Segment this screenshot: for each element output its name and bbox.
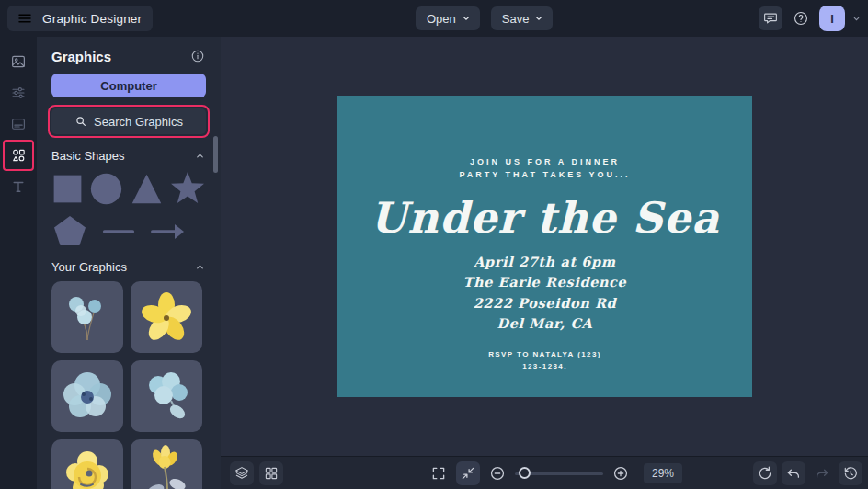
rail-item-edit[interactable]	[4, 79, 33, 107]
tool-rail	[0, 37, 37, 489]
feedback-button[interactable]	[759, 6, 782, 30]
computer-upload-button[interactable]: Computer	[51, 74, 206, 97]
fullscreen-icon	[430, 465, 447, 482]
your-graphics-grid	[51, 281, 206, 489]
zoom-slider[interactable]	[515, 461, 603, 485]
graphic-thumbnail-blue-sprigs[interactable]	[51, 281, 123, 353]
chevron-up-icon	[193, 151, 206, 161]
search-icon	[74, 115, 87, 128]
card-kicker-line1: JOIN US FOR A DINNER	[337, 156, 752, 169]
card-rsvp-line2: 123-1234.	[337, 360, 752, 373]
sliders-icon	[10, 85, 27, 101]
undo-button[interactable]	[782, 461, 805, 485]
grid-view-button[interactable]	[259, 461, 283, 485]
rail-item-image[interactable]	[4, 48, 33, 75]
shape-pentagon[interactable]	[51, 213, 88, 250]
help-button[interactable]	[790, 7, 812, 29]
redo-button[interactable]	[810, 461, 834, 485]
annotation-highlight-search: Search Graphics	[48, 105, 210, 138]
search-graphics-label: Search Graphics	[94, 115, 183, 129]
history-icon	[842, 465, 859, 482]
fullscreen-button[interactable]	[427, 461, 451, 485]
graphic-thumbnail-yellow-stem-flower[interactable]	[131, 439, 202, 489]
account-area: I	[759, 6, 861, 31]
graphic-thumbnail-yellow-rose[interactable]	[51, 439, 123, 489]
history-button[interactable]	[839, 461, 862, 485]
save-button[interactable]: Save	[491, 6, 554, 30]
card-rsvp-line1: RSVP TO NATALYA (123)	[337, 348, 752, 361]
grid-icon	[263, 465, 280, 482]
chat-icon	[762, 10, 779, 27]
redo-icon	[814, 465, 830, 482]
basic-shapes-row-1	[51, 170, 206, 207]
card-details: April 27th at 6pm The Earle Residence 22…	[337, 252, 752, 335]
search-graphics-button[interactable]: Search Graphics	[51, 108, 206, 134]
top-bar: Graphic Designer Open Save I	[0, 0, 868, 37]
app-title: Graphic Designer	[42, 12, 142, 26]
graphic-thumbnail-light-blue-flower[interactable]	[131, 360, 202, 432]
shape-arrow[interactable]	[149, 213, 186, 250]
shape-star[interactable]	[169, 170, 206, 207]
text-icon	[10, 178, 27, 195]
rail-item-layout[interactable]	[4, 110, 33, 138]
shape-square[interactable]	[51, 173, 84, 205]
shape-line[interactable]	[101, 213, 136, 250]
layout-icon	[10, 116, 27, 132]
info-button[interactable]	[189, 48, 206, 64]
graphic-designer-app: Graphic Designer Open Save I	[0, 0, 868, 489]
your-graphics-collapse[interactable]	[193, 261, 206, 274]
chevron-up-icon	[193, 262, 206, 272]
zoom-slider-handle[interactable]	[519, 467, 531, 479]
card-title: Under the Sea	[337, 193, 752, 243]
graphic-thumbnail-yellow-flower[interactable]	[131, 281, 202, 353]
avatar[interactable]: I	[819, 6, 845, 31]
card-rsvp: RSVP TO NATALYA (123) 123-1234.	[337, 348, 752, 373]
graphic-thumbnail-blue-bloom[interactable]	[51, 360, 123, 432]
hamburger-icon[interactable]	[17, 10, 33, 27]
panel-title: Graphics	[51, 49, 111, 64]
zoom-out-button[interactable]	[485, 461, 509, 485]
bottom-toolbar: 29%	[221, 456, 868, 489]
image-icon	[10, 53, 27, 70]
chevron-down-icon	[462, 14, 471, 23]
your-graphics-heading: Your Graphics	[51, 260, 127, 274]
card-detail-line: Del Mar, CA	[337, 313, 752, 334]
open-button-label: Open	[427, 12, 456, 26]
account-chevron-down-icon[interactable]	[852, 15, 861, 23]
design-card[interactable]: JOIN US FOR A DINNER PARTY THAT TAKES YO…	[337, 96, 752, 397]
graphics-panel: Graphics Computer Search Graphics Basic …	[37, 37, 221, 489]
undo-icon	[785, 465, 802, 482]
zoom-in-button[interactable]	[609, 461, 633, 485]
save-button-label: Save	[502, 12, 530, 26]
basic-shapes-row-2	[51, 214, 206, 249]
card-kicker-line2: PARTY THAT TAKES YOU...	[337, 169, 752, 182]
canvas-area[interactable]: JOIN US FOR A DINNER PARTY THAT TAKES YO…	[221, 37, 868, 489]
fit-screen-icon	[460, 465, 476, 482]
help-icon	[793, 10, 809, 27]
file-actions: Open Save	[416, 6, 553, 30]
reset-button[interactable]	[753, 461, 777, 485]
rail-item-text[interactable]	[4, 173, 33, 200]
card-detail-line: The Earle Residence	[337, 272, 752, 292]
zoom-in-icon	[612, 465, 629, 482]
rail-item-graphics[interactable]	[4, 142, 33, 169]
info-icon	[189, 49, 206, 63]
open-button[interactable]: Open	[416, 6, 480, 30]
card-detail-line: 2222 Poseidon Rd	[337, 293, 752, 313]
app-menu[interactable]: Graphic Designer	[7, 6, 153, 31]
zoom-level-value[interactable]: 29%	[644, 463, 682, 483]
shape-triangle[interactable]	[130, 172, 164, 206]
reset-icon	[757, 465, 773, 482]
basic-shapes-collapse[interactable]	[193, 150, 206, 163]
zoom-out-icon	[489, 465, 506, 482]
card-detail-line: April 27th at 6pm	[337, 252, 752, 272]
panel-scrollbar[interactable]	[213, 136, 218, 173]
basic-shapes-heading: Basic Shapes	[51, 149, 125, 163]
annotation-highlight-rail	[3, 140, 34, 171]
layers-button[interactable]	[230, 461, 254, 485]
chevron-down-icon	[534, 14, 543, 23]
layers-icon	[234, 465, 250, 482]
shape-circle[interactable]	[89, 172, 123, 206]
fit-to-screen-button[interactable]	[456, 461, 480, 485]
